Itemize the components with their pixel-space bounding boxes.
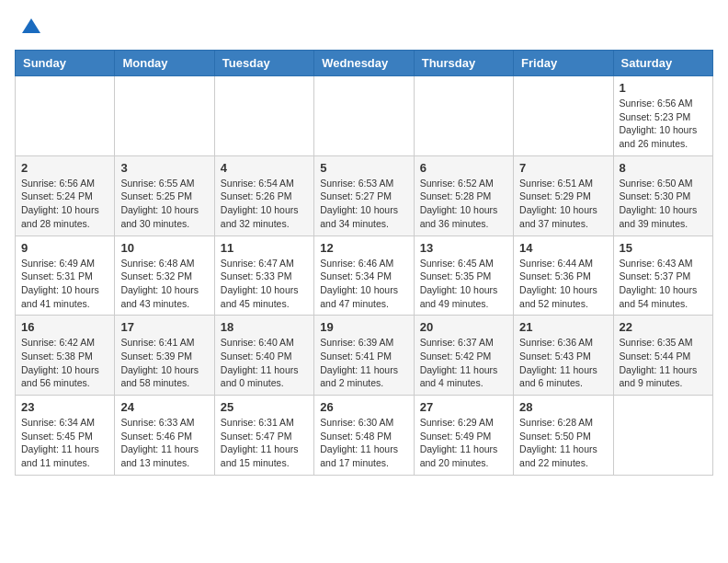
page-header: [15, 15, 713, 40]
calendar-week-row: 16Sunrise: 6:42 AM Sunset: 5:38 PM Dayli…: [16, 316, 713, 396]
day-number: 10: [120, 241, 208, 255]
day-number: 17: [120, 320, 208, 334]
calendar-cell: 21Sunrise: 6:36 AM Sunset: 5:43 PM Dayli…: [514, 316, 613, 396]
day-info: Sunrise: 6:43 AM Sunset: 5:37 PM Dayligh…: [620, 257, 707, 311]
calendar-cell: 26Sunrise: 6:30 AM Sunset: 5:48 PM Dayli…: [314, 396, 414, 476]
day-info: Sunrise: 6:46 AM Sunset: 5:34 PM Dayligh…: [320, 257, 407, 311]
calendar-cell: 25Sunrise: 6:31 AM Sunset: 5:47 PM Dayli…: [214, 396, 313, 476]
day-number: 27: [420, 400, 507, 414]
day-info: Sunrise: 6:29 AM Sunset: 5:49 PM Dayligh…: [420, 416, 507, 470]
day-number: 11: [221, 241, 308, 255]
day-number: 22: [620, 320, 707, 334]
day-info: Sunrise: 6:44 AM Sunset: 5:36 PM Dayligh…: [519, 257, 607, 311]
calendar-cell: 13Sunrise: 6:45 AM Sunset: 5:35 PM Dayli…: [414, 236, 513, 316]
day-info: Sunrise: 6:51 AM Sunset: 5:29 PM Dayligh…: [519, 177, 607, 231]
day-number: 18: [221, 320, 308, 334]
day-number: 28: [519, 400, 607, 414]
calendar-cell: 18Sunrise: 6:40 AM Sunset: 5:40 PM Dayli…: [214, 316, 313, 396]
day-number: 26: [320, 400, 407, 414]
calendar-cell: [613, 396, 712, 476]
calendar-cell: 10Sunrise: 6:48 AM Sunset: 5:32 PM Dayli…: [115, 236, 214, 316]
svg-marker-0: [22, 18, 40, 33]
calendar-cell: 5Sunrise: 6:53 AM Sunset: 5:27 PM Daylig…: [314, 155, 414, 236]
day-info: Sunrise: 6:45 AM Sunset: 5:35 PM Dayligh…: [420, 257, 507, 311]
day-number: 5: [320, 161, 407, 175]
weekday-header-monday: Monday: [115, 51, 214, 76]
calendar-cell: 1Sunrise: 6:56 AM Sunset: 5:23 PM Daylig…: [613, 76, 712, 156]
calendar-cell: 8Sunrise: 6:50 AM Sunset: 5:30 PM Daylig…: [613, 155, 712, 236]
calendar-cell: 19Sunrise: 6:39 AM Sunset: 5:41 PM Dayli…: [314, 316, 414, 396]
calendar-cell: 2Sunrise: 6:56 AM Sunset: 5:24 PM Daylig…: [16, 155, 115, 236]
logo-icon: [18, 15, 44, 40]
calendar-table: SundayMondayTuesdayWednesdayThursdayFrid…: [15, 50, 713, 476]
weekday-header-tuesday: Tuesday: [214, 51, 313, 76]
weekday-header-sunday: Sunday: [16, 51, 115, 76]
day-number: 23: [21, 400, 108, 414]
calendar-cell: [514, 76, 613, 156]
calendar-week-row: 9Sunrise: 6:49 AM Sunset: 5:31 PM Daylig…: [16, 236, 713, 316]
day-info: Sunrise: 6:35 AM Sunset: 5:44 PM Dayligh…: [620, 336, 707, 390]
day-info: Sunrise: 6:39 AM Sunset: 5:41 PM Dayligh…: [320, 336, 407, 390]
day-info: Sunrise: 6:31 AM Sunset: 5:47 PM Dayligh…: [221, 416, 308, 470]
day-number: 19: [320, 320, 407, 334]
day-info: Sunrise: 6:33 AM Sunset: 5:46 PM Dayligh…: [120, 416, 208, 470]
calendar-cell: 23Sunrise: 6:34 AM Sunset: 5:45 PM Dayli…: [16, 396, 115, 476]
calendar-week-row: 1Sunrise: 6:56 AM Sunset: 5:23 PM Daylig…: [16, 76, 713, 156]
day-number: 1: [620, 81, 707, 95]
calendar-cell: 14Sunrise: 6:44 AM Sunset: 5:36 PM Dayli…: [514, 236, 613, 316]
day-info: Sunrise: 6:28 AM Sunset: 5:50 PM Dayligh…: [519, 416, 607, 470]
calendar-header-row: SundayMondayTuesdayWednesdayThursdayFrid…: [16, 51, 713, 76]
day-number: 9: [21, 241, 108, 255]
day-number: 21: [519, 320, 607, 334]
calendar-cell: 7Sunrise: 6:51 AM Sunset: 5:29 PM Daylig…: [514, 155, 613, 236]
day-info: Sunrise: 6:56 AM Sunset: 5:24 PM Dayligh…: [21, 177, 108, 231]
calendar-cell: 17Sunrise: 6:41 AM Sunset: 5:39 PM Dayli…: [115, 316, 214, 396]
day-info: Sunrise: 6:34 AM Sunset: 5:45 PM Dayligh…: [21, 416, 108, 470]
logo: [15, 15, 44, 40]
day-number: 2: [21, 161, 108, 175]
day-info: Sunrise: 6:41 AM Sunset: 5:39 PM Dayligh…: [120, 336, 208, 390]
day-info: Sunrise: 6:55 AM Sunset: 5:25 PM Dayligh…: [120, 177, 208, 231]
day-number: 6: [420, 161, 507, 175]
day-info: Sunrise: 6:50 AM Sunset: 5:30 PM Dayligh…: [620, 177, 707, 231]
day-info: Sunrise: 6:42 AM Sunset: 5:38 PM Dayligh…: [21, 336, 108, 390]
day-number: 8: [620, 161, 707, 175]
day-info: Sunrise: 6:53 AM Sunset: 5:27 PM Dayligh…: [320, 177, 407, 231]
day-info: Sunrise: 6:52 AM Sunset: 5:28 PM Dayligh…: [420, 177, 507, 231]
weekday-header-thursday: Thursday: [414, 51, 513, 76]
calendar-cell: [115, 76, 214, 156]
day-info: Sunrise: 6:47 AM Sunset: 5:33 PM Dayligh…: [221, 257, 308, 311]
day-info: Sunrise: 6:36 AM Sunset: 5:43 PM Dayligh…: [519, 336, 607, 390]
day-number: 3: [120, 161, 208, 175]
calendar-cell: 27Sunrise: 6:29 AM Sunset: 5:49 PM Dayli…: [414, 396, 513, 476]
day-info: Sunrise: 6:49 AM Sunset: 5:31 PM Dayligh…: [21, 257, 108, 311]
calendar-cell: 4Sunrise: 6:54 AM Sunset: 5:26 PM Daylig…: [214, 155, 313, 236]
day-info: Sunrise: 6:54 AM Sunset: 5:26 PM Dayligh…: [221, 177, 308, 231]
calendar-cell: 9Sunrise: 6:49 AM Sunset: 5:31 PM Daylig…: [16, 236, 115, 316]
calendar-cell: 15Sunrise: 6:43 AM Sunset: 5:37 PM Dayli…: [613, 236, 712, 316]
calendar-cell: [314, 76, 414, 156]
calendar-cell: [414, 76, 513, 156]
calendar-cell: 16Sunrise: 6:42 AM Sunset: 5:38 PM Dayli…: [16, 316, 115, 396]
calendar-cell: 28Sunrise: 6:28 AM Sunset: 5:50 PM Dayli…: [514, 396, 613, 476]
day-number: 24: [120, 400, 208, 414]
calendar-cell: [214, 76, 313, 156]
day-info: Sunrise: 6:30 AM Sunset: 5:48 PM Dayligh…: [320, 416, 407, 470]
day-number: 14: [519, 241, 607, 255]
calendar-cell: 24Sunrise: 6:33 AM Sunset: 5:46 PM Dayli…: [115, 396, 214, 476]
weekday-header-saturday: Saturday: [613, 51, 712, 76]
calendar-cell: [16, 76, 115, 156]
day-info: Sunrise: 6:56 AM Sunset: 5:23 PM Dayligh…: [620, 97, 707, 151]
calendar-week-row: 2Sunrise: 6:56 AM Sunset: 5:24 PM Daylig…: [16, 155, 713, 236]
day-number: 15: [620, 241, 707, 255]
day-number: 4: [221, 161, 308, 175]
calendar-cell: 20Sunrise: 6:37 AM Sunset: 5:42 PM Dayli…: [414, 316, 513, 396]
calendar-cell: 3Sunrise: 6:55 AM Sunset: 5:25 PM Daylig…: [115, 155, 214, 236]
weekday-header-friday: Friday: [514, 51, 613, 76]
calendar-cell: 22Sunrise: 6:35 AM Sunset: 5:44 PM Dayli…: [613, 316, 712, 396]
calendar-cell: 12Sunrise: 6:46 AM Sunset: 5:34 PM Dayli…: [314, 236, 414, 316]
day-number: 12: [320, 241, 407, 255]
calendar-cell: 6Sunrise: 6:52 AM Sunset: 5:28 PM Daylig…: [414, 155, 513, 236]
calendar-week-row: 23Sunrise: 6:34 AM Sunset: 5:45 PM Dayli…: [16, 396, 713, 476]
day-info: Sunrise: 6:40 AM Sunset: 5:40 PM Dayligh…: [221, 336, 308, 390]
